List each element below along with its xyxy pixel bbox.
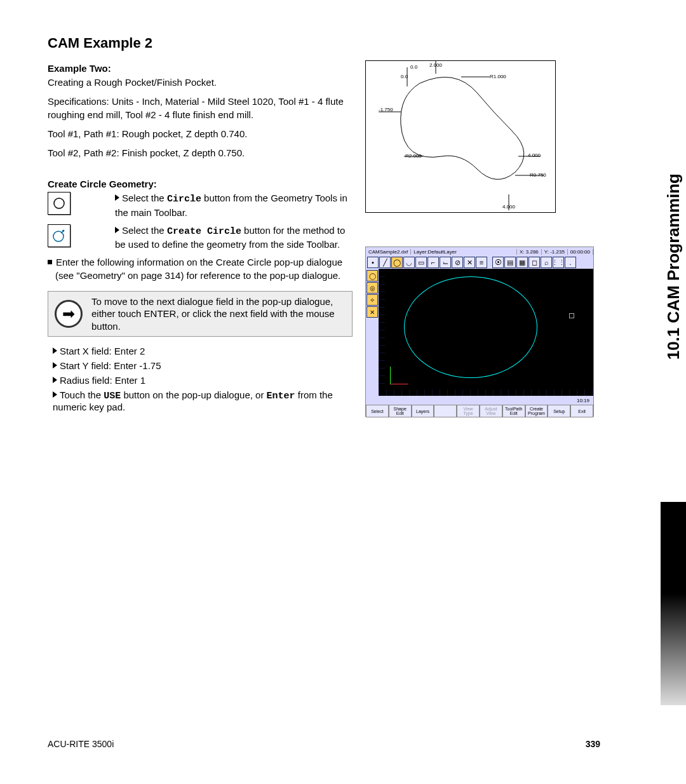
sk-toolpath-edit[interactable]: ToolPath Edit — [502, 405, 525, 417]
sk-blank[interactable] — [434, 405, 457, 417]
sk-setup[interactable]: Setup — [548, 405, 570, 417]
note-text: To move to the next dialogue field in th… — [91, 295, 346, 333]
tb-delete-icon[interactable]: ✕ — [464, 257, 475, 268]
ruler-horizontal — [379, 389, 593, 396]
chapter-tab-text: 10.1 CAM Programming — [664, 173, 683, 360]
note-arrow-icon: ➡ — [55, 300, 83, 328]
tb-view1-icon[interactable]: ⦿ — [492, 257, 504, 268]
dim-r0750: R0.750 — [530, 172, 546, 178]
tb-more-icon[interactable]: . — [565, 257, 576, 268]
triangle-bullet-icon — [53, 377, 57, 383]
circle-icon — [48, 192, 71, 215]
sb-create-circle-icon[interactable]: ◯ — [367, 270, 378, 281]
intro-p4: Tool #2, Path #2: Finish pocket, Z depth… — [48, 147, 353, 159]
axis-y-icon — [390, 367, 391, 384]
tb-shape2-icon[interactable]: ⌙ — [440, 257, 451, 268]
cam-screenshot: CAMSample2.dxf Layer:DefaultLayer X: 3.2… — [365, 247, 594, 417]
cam-clock: 10:19 — [577, 398, 589, 403]
sk-create-program[interactable]: Create Program — [525, 405, 548, 417]
triangle-bullet-icon — [115, 194, 119, 201]
sb-circle3-icon[interactable]: ✧ — [367, 294, 378, 306]
tb-view2-icon[interactable]: ▤ — [504, 257, 516, 268]
tb-shape3-icon[interactable]: ⊘ — [452, 257, 463, 268]
page-heading: CAM Example 2 — [48, 35, 600, 51]
row-create-circle-text: Select the Create Circle button for the … — [115, 224, 350, 252]
tb-line-icon[interactable]: ╱ — [379, 257, 391, 268]
dim-r1000: R1.000 — [490, 74, 506, 79]
drawn-circle — [404, 276, 537, 378]
cam-file: CAMSample2.dxf — [366, 249, 411, 255]
dim-2000t: 2.000 — [429, 62, 442, 68]
triangle-bullet-icon — [115, 227, 119, 233]
ruler-vertical — [379, 269, 385, 389]
dim-n1750: -1.750 — [379, 107, 393, 112]
cam-canvas[interactable] — [379, 269, 593, 396]
sk-select[interactable]: Select — [366, 405, 389, 417]
intro-p2: Specifications: Units - Inch, Material -… — [48, 95, 353, 121]
drawing-svg — [366, 61, 556, 213]
tb-zoom-icon[interactable]: ⌕ — [541, 257, 552, 268]
tb-rect-icon[interactable]: ▭ — [415, 257, 427, 268]
axis-x-icon — [390, 384, 408, 384]
sk-exit[interactable]: Exit — [570, 405, 593, 417]
sb-circle4-icon[interactable]: ✕ — [367, 306, 378, 318]
triangle-bullet-icon — [53, 348, 57, 354]
create-circle-icon — [48, 224, 71, 247]
sk-layers[interactable]: Layers — [412, 405, 434, 417]
dim-00: 0.0 — [401, 74, 408, 79]
chapter-tab: 10.1 CAM Programming — [661, 32, 686, 502]
tab-gradient — [661, 502, 686, 705]
cam-main-toolbar: • ╱ ◯ ◡ ▭ ⌐ ⌙ ⊘ ✕ ≡ ⦿ ▤ ▦ ◻ ⌕ ⋮⋮ . — [366, 256, 593, 269]
tb-circle-icon[interactable]: ◯ — [391, 257, 403, 268]
dim-00t: 0.0 — [410, 64, 417, 70]
enter-info-bullet: Enter the following information on the C… — [48, 256, 353, 282]
intro-p3: Tool #1, Path #1: Rough pocket, Z depth … — [48, 128, 353, 140]
square-bullet-icon — [48, 260, 52, 264]
dim-4000b: 4.000 — [502, 204, 515, 210]
sk-view-type[interactable]: View Type — [457, 405, 480, 417]
cam-layer: Layer:DefaultLayer — [411, 249, 517, 255]
footer-page-number: 339 — [586, 739, 600, 749]
tb-point-icon[interactable]: • — [367, 257, 379, 268]
sk-adjust-view[interactable]: Adjust View — [480, 405, 502, 417]
dim-4000: 4.000 — [528, 152, 541, 158]
tb-shape1-icon[interactable]: ⌐ — [427, 257, 439, 268]
triangle-bullet-icon — [53, 362, 57, 368]
marker-square — [569, 313, 574, 318]
tb-list-icon[interactable]: ≡ — [476, 257, 487, 268]
svg-point-1 — [53, 231, 64, 241]
intro-p1: Creating a Rough Pocket/Finish Pocket. — [48, 76, 353, 89]
cam-body: ◯ ◎ ✧ ✕ — [366, 269, 593, 396]
step-4: Touch the USE button on the pop-up dialo… — [53, 389, 358, 412]
cam-footer: 10:19 — [366, 396, 593, 405]
technical-drawing: R1.000 -1.750 R2.000 4.000 R0.750 4.000 … — [365, 60, 556, 213]
cam-softkeys: Select Shape Edit Layers View Type Adjus… — [366, 405, 593, 417]
tb-view3-icon[interactable]: ▦ — [516, 257, 528, 268]
sb-circle2-icon[interactable]: ◎ — [367, 282, 378, 294]
cam-status-bar: CAMSample2.dxf Layer:DefaultLayer X: 3.2… — [366, 247, 593, 256]
cam-time: 00:00:00 — [568, 249, 593, 255]
cam-y: Y: -1.235 — [542, 249, 568, 255]
svg-point-0 — [54, 198, 64, 208]
tb-view4-icon[interactable]: ◻ — [528, 257, 540, 268]
cam-x: X: 3.286 — [517, 249, 542, 255]
sk-shape-edit[interactable]: Shape Edit — [389, 405, 412, 417]
footer-product: ACU-RITE 3500i — [48, 739, 114, 749]
cam-side-toolbar: ◯ ◎ ✧ ✕ — [366, 269, 379, 396]
triangle-bullet-icon — [53, 391, 57, 398]
tb-grid-icon[interactable]: ⋮⋮ — [553, 257, 564, 268]
page-footer: ACU-RITE 3500i 339 — [48, 739, 600, 749]
row-circle-text: Select the Circle button from the Geomet… — [115, 192, 350, 219]
dim-r2000: R2.000 — [405, 153, 422, 159]
tb-arc-icon[interactable]: ◡ — [403, 257, 415, 268]
note-box: ➡ To move to the next dialogue field in … — [48, 291, 353, 337]
